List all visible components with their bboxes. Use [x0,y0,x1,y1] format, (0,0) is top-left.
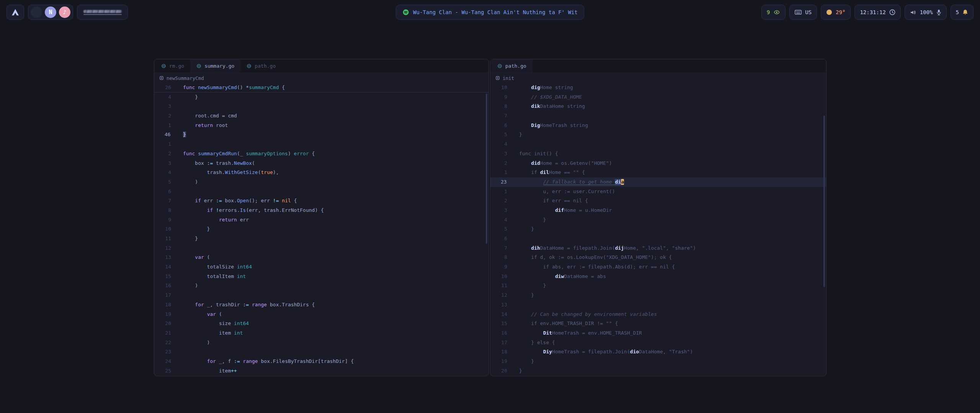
moon-icon [826,9,832,15]
code-line[interactable]: 5 ) [154,177,488,187]
code-line[interactable]: 6 [490,234,826,244]
code-line[interactable]: 3 box := trash.NewBox( [154,159,488,168]
code-line[interactable]: 4 trash.WithGetSize(true), [154,168,488,177]
code-line[interactable]: 8 dikDataHome string [490,102,826,111]
keyboard-layout: US [805,9,812,15]
media-pill[interactable]: Wu-Tang Clan - Wu-Tang Clan Ain't Nuthin… [396,5,584,20]
code-line[interactable]: 22 ) [154,338,488,348]
tab-rm.go[interactable]: rm.go [155,59,190,73]
code-line[interactable]: 1 return root [154,121,488,130]
code-line[interactable]: 18 for _, trashDir := range box.TrashDir… [154,300,488,310]
code-line[interactable]: 13 [490,300,826,310]
code-line[interactable]: 5} [490,130,826,140]
code-line[interactable]: 2func summaryCmdRun(_ summaryOptions) er… [154,149,488,159]
code-line[interactable]: 4 [490,140,826,149]
bell-icon [962,9,968,15]
code-line[interactable]: 17 } else { [490,338,826,348]
line-number: 9 [490,262,519,272]
code-line[interactable]: 4 } [154,93,488,102]
breadcrumb-left[interactable]: newSummaryCmd [154,73,488,83]
code-text: } [519,215,826,225]
code-line[interactable]: 8 if d, ok := os.LookupEnv("XDG_DATA_HOM… [490,253,826,262]
code-line[interactable]: 14 totalSize int64 [154,262,488,272]
tab-summary.go[interactable]: summary.go [190,59,240,73]
eye-icon [773,9,780,15]
code-line[interactable]: 5 } [490,224,826,234]
weather-module[interactable]: 29° [821,5,851,20]
code-line[interactable]: 2 root.cmd = cmd [154,111,488,121]
scrollbar-left[interactable] [486,94,487,244]
tab-path.go[interactable]: path.go [491,59,532,73]
line-number: 4 [154,93,183,102]
code-line[interactable]: 3 [154,102,488,111]
code-line[interactable]: 16 ) [154,281,488,291]
code-line[interactable]: 2 if err == nil { [490,196,826,206]
line-number: 2 [154,149,183,159]
tab-path.go[interactable]: path.go [240,59,282,73]
code-line[interactable]: 9 return err [154,215,488,225]
code-line[interactable]: 23 // fallback to get home dia [490,177,826,187]
code-text: func summaryCmdRun(_ summaryOptions) err… [183,149,488,159]
code-line[interactable]: 16 DitHomeTrash = env.HOME_TRASH_DIR [490,328,826,338]
code-line[interactable]: 3func init() { [490,149,826,159]
symbol-function-icon [495,76,500,80]
code-line[interactable]: 10 diwDataHome = abs [490,272,826,281]
code-line[interactable]: 12 [154,244,488,253]
code-line[interactable]: 7 [490,111,826,121]
code-line[interactable]: 1 u, err := user.Current() [490,187,826,197]
temperature: 29° [836,9,845,15]
editor-pane-left: rm.gosummary.gopath.go newSummaryCmd 26f… [154,59,489,376]
code-line[interactable]: 15 totalItem int [154,272,488,281]
breadcrumb-right[interactable]: init [490,73,826,83]
keyboard-layout-module[interactable]: US [789,5,817,20]
notifications-module[interactable]: 5 [951,5,973,20]
code-text: didHome = os.Getenv("HOME") [519,159,826,168]
workspace-1[interactable] [31,7,42,18]
clock-module[interactable]: 12:31:12 [854,5,900,20]
code-line[interactable]: 9 // $XDG_DATA_HOME [490,93,826,102]
code-line[interactable]: 10 digHome string [490,83,826,93]
code-line[interactable]: 46} [154,130,488,140]
code-line[interactable]: 2 didHome = os.Getenv("HOME") [490,159,826,168]
code-line[interactable]: 24 for _, f := range box.FilesByTrashDir… [154,357,488,366]
bar-right-cluster: 9 US 29° 12:31:12 100 [761,5,973,20]
audio-module[interactable]: 100% [905,5,947,20]
code-line[interactable]: 4 } [490,215,826,225]
code-line[interactable]: 14 // Can be changed by environment vari… [490,310,826,319]
code-line[interactable]: 23 [154,347,488,357]
code-line[interactable]: 12 } [490,291,826,300]
line-number: 19 [154,310,183,319]
code-line[interactable]: 9 if abs, err := filepath.Abs(d); err ==… [490,262,826,272]
scrollbar-right[interactable] [823,115,825,287]
code-line[interactable]: 20} [490,366,826,376]
code-line[interactable]: 25 item++ [154,366,488,376]
code-line[interactable]: 3 difHome = u.HomeDir [490,206,826,215]
code-line[interactable]: 6 DigHomeTrash string [490,121,826,130]
code-line[interactable]: 26func newSummaryCmd() *summaryCmd { [154,83,488,93]
code-line[interactable]: 10 } [154,224,488,234]
code-line[interactable]: 7 if err := box.Open(); err != nil { [154,196,488,206]
code-line[interactable]: 7 dihDataHome = filepath.Join(dijHome, "… [490,244,826,253]
code-line[interactable]: 21 item int [154,328,488,338]
code-line[interactable]: 17 [154,291,488,300]
workspace-2[interactable]: N [45,7,56,18]
code-line[interactable]: 8 if !errors.Is(err, trash.ErrNotFound) … [154,206,488,215]
launcher-button[interactable] [7,5,24,20]
line-number: 3 [490,206,519,215]
code-line[interactable]: 18 DiyHomeTrash = filepath.Join(dioDataH… [490,347,826,357]
code-line[interactable]: 20 size int64 [154,319,488,328]
active-window-title-pill[interactable] [77,5,128,20]
line-number: 23 [154,347,183,357]
code-line[interactable]: 1 if dilHome == "" { [490,168,826,177]
code-line[interactable]: 13 var ( [154,253,488,262]
code-line[interactable]: 11 } [154,234,488,244]
code-line[interactable]: 6 [154,187,488,197]
code-line[interactable]: 19 } [490,357,826,366]
code-line[interactable]: 15 if env.HOME_TRASH_DIR != "" { [490,319,826,328]
idle-inhibitor-module[interactable]: 9 [761,5,786,20]
code-line[interactable]: 11 } [490,281,826,291]
code-line[interactable]: 1 [154,140,488,149]
workspace-3[interactable]: ♪ [59,7,70,18]
code-line[interactable]: 19 var ( [154,310,488,319]
code-text: } [519,224,826,234]
